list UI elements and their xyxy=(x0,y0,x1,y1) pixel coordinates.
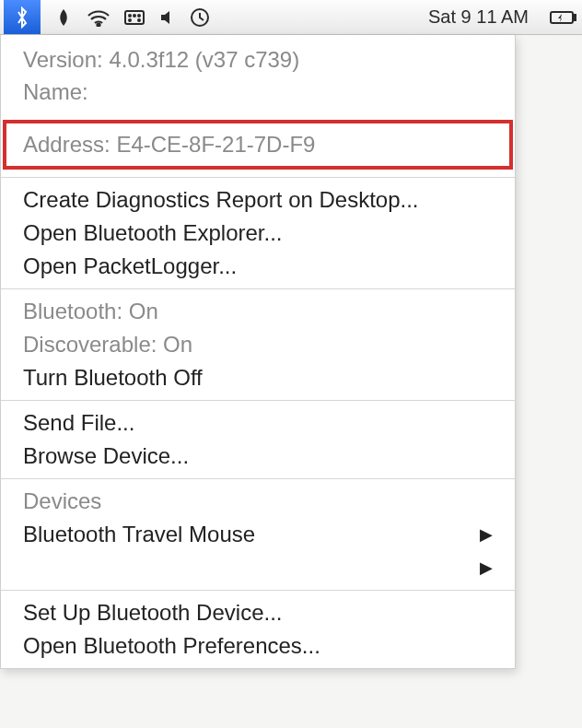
setup-section: Set Up Bluetooth Device... Open Bluetoot… xyxy=(1,591,515,668)
address-highlight: Address: E4-CE-8F-21-7D-F9 xyxy=(3,120,513,170)
turn-bluetooth-off-item[interactable]: Turn Bluetooth Off xyxy=(1,361,515,394)
info-section: Version: 4.0.3f12 (v37 c739) Name: xyxy=(1,35,515,116)
bluetooth-icon[interactable] xyxy=(4,0,41,34)
version-line: Version: 4.0.3f12 (v37 c739) xyxy=(23,44,493,76)
keyboard-icon[interactable] xyxy=(123,0,146,34)
svg-rect-9 xyxy=(573,15,576,20)
name-line: Name: xyxy=(23,76,493,109)
bt-status-label: Bluetooth: xyxy=(23,299,122,323)
svg-point-6 xyxy=(138,19,140,21)
version-label: Version: xyxy=(23,47,103,72)
svg-point-0 xyxy=(98,23,100,26)
bt-status-value: On xyxy=(129,299,158,323)
setup-device-item[interactable]: Set Up Bluetooth Device... xyxy=(1,596,515,629)
ink-icon[interactable] xyxy=(53,0,74,34)
name-label: Name: xyxy=(23,79,88,104)
menubar: Sat 9 11 AM xyxy=(0,0,582,35)
discoverable-status: Discoverable: On xyxy=(1,328,515,361)
volume-icon[interactable] xyxy=(158,0,177,34)
svg-point-2 xyxy=(129,15,131,17)
devices-section: Devices Bluetooth Travel Mouse ▶ ▶ xyxy=(1,479,515,590)
open-preferences-item[interactable]: Open Bluetooth Preferences... xyxy=(1,629,515,663)
menubar-time[interactable]: Sat 9 11 AM xyxy=(428,6,529,28)
version-value: 4.0.3f12 (v37 c739) xyxy=(109,47,299,72)
open-explorer-item[interactable]: Open Bluetooth Explorer... xyxy=(1,217,515,250)
device-item[interactable]: Bluetooth Travel Mouse ▶ xyxy=(1,518,515,551)
device-label: Bluetooth Travel Mouse xyxy=(23,522,255,547)
svg-point-3 xyxy=(134,15,135,17)
bluetooth-dropdown: Version: 4.0.3f12 (v37 c739) Name: Addre… xyxy=(0,35,516,669)
svg-point-4 xyxy=(138,15,140,17)
wifi-icon[interactable] xyxy=(87,0,111,34)
svg-point-5 xyxy=(129,19,131,21)
browse-device-item[interactable]: Browse Device... xyxy=(1,440,515,473)
device-item-hidden[interactable]: ▶ xyxy=(1,551,515,584)
device-label-hidden xyxy=(23,555,29,581)
battery-icon[interactable] xyxy=(549,0,578,34)
chevron-right-icon: ▶ xyxy=(480,558,493,578)
status-section: Bluetooth: On Discoverable: On Turn Blue… xyxy=(1,289,515,400)
open-packetlogger-item[interactable]: Open PacketLogger... xyxy=(1,250,515,283)
create-diagnostics-item[interactable]: Create Diagnostics Report on Desktop... xyxy=(1,183,515,217)
discoverable-value: On xyxy=(163,332,192,357)
devices-header: Devices xyxy=(1,485,515,518)
svg-rect-8 xyxy=(551,12,573,23)
send-file-item[interactable]: Send File... xyxy=(1,406,515,440)
tools-section: Create Diagnostics Report on Desktop... … xyxy=(1,178,515,288)
address-line: Address: E4-CE-8F-21-7D-F9 xyxy=(23,129,493,161)
chevron-right-icon: ▶ xyxy=(480,524,493,545)
address-label: Address: xyxy=(23,132,111,157)
bluetooth-status: Bluetooth: On xyxy=(1,295,515,328)
clock-icon[interactable] xyxy=(190,0,210,34)
transfer-section: Send File... Browse Device... xyxy=(1,401,515,478)
address-value: E4-CE-8F-21-7D-F9 xyxy=(116,132,315,157)
discoverable-label: Discoverable: xyxy=(23,332,157,357)
